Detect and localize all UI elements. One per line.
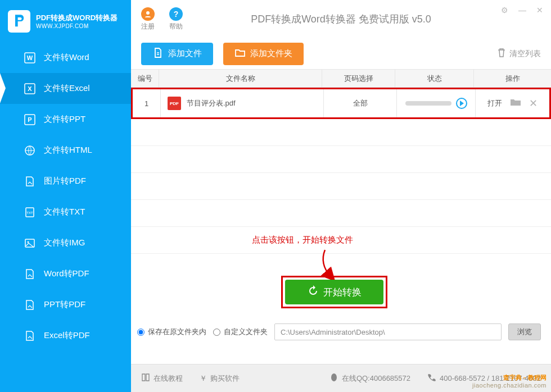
sidebar-item-label: 文件转PPT [44, 114, 85, 125]
row-status [397, 89, 476, 117]
app-title: PDF转换成Word转换器 免费试用版 v5.0 [251, 12, 431, 26]
sidebar-item-label: Excel转PDF [44, 330, 90, 341]
start-button-label: 开始转换 [323, 286, 362, 299]
row-name-cell: PDF 节目评分表.pdf [161, 89, 324, 117]
pdf-icon [24, 299, 36, 311]
txt-icon: TXT [24, 206, 36, 218]
clear-list-button[interactable]: 清空列表 [497, 48, 541, 60]
save-custom-label: 自定义文件夹 [224, 327, 268, 337]
row-page[interactable]: 全部 [324, 89, 397, 117]
table-header: 编号 文件名称 页码选择 状态 操作 [131, 70, 551, 88]
pdf-icon [24, 175, 36, 188]
save-options: 保存在原文件夹内 自定义文件夹 浏览 [137, 323, 541, 340]
settings-icon[interactable]: ⚙ [501, 6, 508, 15]
col-name: 文件名称 [159, 70, 322, 87]
svg-point-10 [28, 241, 29, 243]
pdf-icon [24, 268, 36, 280]
sidebar-item-label: Word转PDF [44, 268, 89, 279]
svg-text:X: X [28, 85, 32, 92]
row-filename: 节目评分表.pdf [187, 98, 236, 108]
pdf-badge-icon: PDF [168, 97, 181, 110]
buy-link[interactable]: ￥购买软件 [200, 373, 240, 384]
tutorial-link[interactable]: 在线教程 [141, 373, 183, 384]
user-icon [141, 7, 155, 21]
file-icon [152, 47, 164, 60]
qq-icon [329, 373, 338, 384]
save-same-folder-radio[interactable]: 保存在原文件夹内 [137, 327, 206, 337]
sidebar-menu: W文件转Word X文件转Excel P文件转PPT 文件转HTML 图片转PD… [0, 42, 131, 392]
register-button[interactable]: 注册 [141, 7, 155, 31]
phone-icon [427, 373, 436, 384]
close-icon[interactable]: ✕ [536, 6, 543, 15]
open-link[interactable]: 打开 [487, 98, 502, 108]
logo-url: WWW.XJPDF.COM [36, 23, 118, 29]
titlebar: 注册 ? 帮助 PDF转换成Word转换器 免费试用版 v5.0 ⚙ — ✕ [131, 0, 551, 38]
table-body: 1 PDF 节目评分表.pdf 全部 打开 ✕ [131, 88, 551, 119]
sidebar-item-label: 图片转PDF [44, 176, 86, 186]
clear-list-label: 清空列表 [509, 49, 541, 59]
start-button-highlight: 开始转换 [281, 276, 387, 308]
html-icon [24, 144, 36, 157]
col-page: 页码选择 [322, 70, 395, 87]
sidebar-item-label: 文件转Excel [44, 83, 90, 94]
save-path-input[interactable] [274, 323, 502, 340]
sidebar-item-excel2pdf[interactable]: Excel转PDF [0, 320, 131, 351]
yen-icon: ￥ [200, 373, 207, 384]
browse-button[interactable]: 浏览 [508, 323, 541, 340]
play-icon[interactable] [456, 98, 467, 109]
add-folder-button[interactable]: 添加文件夹 [223, 43, 304, 65]
refresh-icon [308, 285, 319, 299]
save-custom-folder-radio[interactable]: 自定义文件夹 [213, 327, 268, 337]
sidebar-item-label: 文件转HTML [44, 145, 92, 156]
progress-bar [405, 101, 451, 106]
folder-open-icon[interactable] [510, 98, 521, 110]
row-op: 打开 ✕ [476, 89, 549, 117]
sidebar-item-excel[interactable]: X文件转Excel [0, 73, 131, 104]
sidebar-item-label: 文件转IMG [44, 238, 85, 248]
sidebar-item-label: 文件转TXT [44, 207, 85, 217]
svg-text:P: P [28, 116, 31, 123]
file-table: 编号 文件名称 页码选择 状态 操作 1 PDF 节目评分表.pdf 全部 [131, 69, 551, 254]
add-file-button[interactable]: 添加文件 [141, 43, 213, 65]
table-row[interactable]: 1 PDF 节目评分表.pdf 全部 打开 ✕ [133, 89, 549, 117]
sidebar-item-ppt[interactable]: P文件转PPT [0, 104, 131, 135]
folder-icon [234, 47, 246, 60]
ppt-icon: P [24, 113, 36, 126]
sidebar-item-ppt2pdf[interactable]: PPT转PDF [0, 289, 131, 320]
col-num: 编号 [131, 70, 159, 87]
help-label: 帮助 [169, 22, 183, 31]
svg-text:W: W [27, 54, 33, 61]
qq-contact[interactable]: 在线QQ:4006685572 [329, 373, 410, 384]
trash-icon [497, 48, 506, 60]
logo: PDF转换成WORD转换器 WWW.XJPDF.COM [0, 0, 131, 42]
sidebar-item-html[interactable]: 文件转HTML [0, 135, 131, 166]
start-convert-button[interactable]: 开始转换 [285, 280, 383, 304]
sidebar-item-txt[interactable]: TXT文件转TXT [0, 197, 131, 227]
sidebar-item-word[interactable]: W文件转Word [0, 42, 131, 73]
minimize-icon[interactable]: — [518, 6, 526, 15]
col-status: 状态 [395, 70, 474, 87]
sidebar-item-label: PPT转PDF [44, 299, 85, 310]
sidebar-item-img2pdf[interactable]: 图片转PDF [0, 166, 131, 197]
sidebar-item-word2pdf[interactable]: Word转PDF [0, 258, 131, 289]
svg-rect-9 [25, 239, 34, 247]
save-same-label: 保存在原文件夹内 [148, 327, 206, 337]
logo-title: PDF转换成WORD转换器 [36, 13, 118, 23]
book-icon [141, 373, 150, 384]
sidebar-item-label: 文件转Word [44, 52, 89, 63]
word-icon: W [24, 52, 36, 64]
sidebar: PDF转换成WORD转换器 WWW.XJPDF.COM W文件转Word X文件… [0, 0, 131, 392]
row-num: 1 [133, 89, 161, 117]
remove-icon[interactable]: ✕ [529, 97, 538, 110]
help-button[interactable]: ? 帮助 [169, 7, 183, 31]
svg-point-11 [146, 11, 150, 15]
sidebar-item-img[interactable]: 文件转IMG [0, 227, 131, 258]
help-icon: ? [169, 7, 183, 21]
toolbar: 添加文件 添加文件夹 清空列表 [131, 38, 551, 69]
window-controls: ⚙ — ✕ [501, 6, 543, 15]
svg-point-12 [331, 373, 337, 381]
add-file-label: 添加文件 [168, 48, 202, 59]
pdf-icon [24, 330, 36, 342]
excel-icon: X [24, 83, 36, 95]
empty-rows [131, 119, 551, 254]
